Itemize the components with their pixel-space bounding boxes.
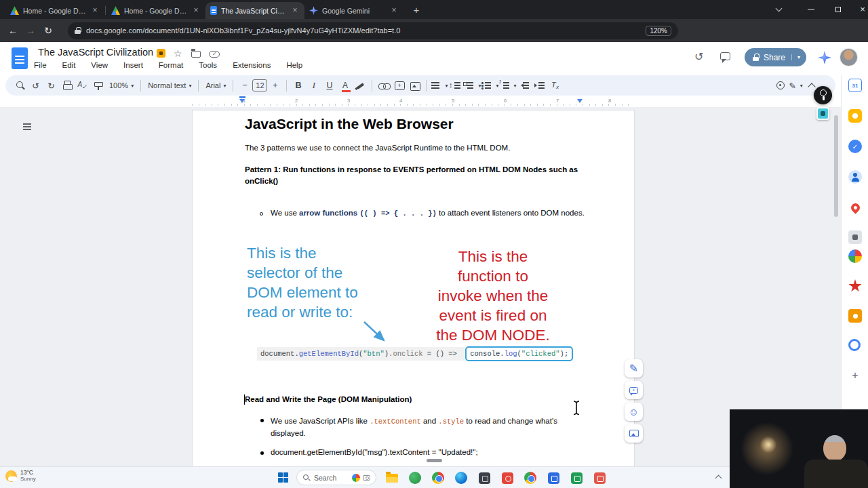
font-size-increase-button[interactable]: + (267, 77, 283, 94)
move-folder-button[interactable] (191, 51, 201, 58)
tab-close-icon[interactable]: × (389, 6, 399, 16)
align-button[interactable] (430, 77, 448, 94)
tasks-panel-button[interactable]: ✓ (848, 140, 862, 153)
activity-button[interactable] (772, 77, 788, 94)
floating-extension-button-cyan[interactable] (816, 107, 829, 120)
search-menus-button[interactable] (12, 77, 28, 94)
gemini-sparkle-button[interactable] (818, 51, 831, 64)
taskbar-search-box[interactable]: Search (296, 470, 376, 485)
menu-tools[interactable]: Tools (197, 60, 218, 70)
add-comment-margin-button[interactable]: + (625, 381, 643, 399)
taskbar-app-green-square-icon[interactable] (568, 470, 585, 486)
paint-format-button[interactable] (90, 77, 106, 94)
highlight-button[interactable] (353, 77, 368, 94)
menu-help[interactable]: Help (285, 60, 304, 70)
document-page[interactable]: JavaScript in the Web Browser The 3 patt… (192, 110, 635, 466)
suggest-edits-button[interactable]: ✎ (625, 359, 643, 378)
redo-button[interactable]: ↻ (43, 77, 59, 94)
tray-chevron-button[interactable] (715, 475, 722, 482)
emoji-reaction-button[interactable]: ☺ (625, 403, 643, 421)
chrome-secondary-icon[interactable] (522, 470, 538, 486)
taskbar-app-red-icon[interactable] (499, 470, 515, 486)
share-button[interactable]: Share ▾ (745, 48, 806, 66)
taskbar-app-dark-icon[interactable] (476, 470, 492, 486)
lock-icon[interactable] (75, 27, 81, 35)
undo-button[interactable]: ↺ (28, 77, 43, 94)
calendar-panel-button[interactable]: 31 (848, 79, 862, 92)
underline-button[interactable]: U (321, 77, 337, 94)
taskbar-app-green-icon[interactable] (407, 470, 423, 486)
browser-tab-2[interactable]: Home - Google Drive × (106, 2, 205, 19)
scrollbar-thumb[interactable] (834, 115, 838, 217)
increase-indent-button[interactable] (532, 77, 548, 94)
floating-extension-button-dark[interactable] (814, 86, 832, 104)
edge-icon[interactable] (453, 470, 469, 486)
browser-tab-active[interactable]: The JavaScript Civilization - Go × (205, 2, 304, 19)
font-size-input[interactable]: 12 (252, 79, 267, 92)
decrease-indent-button[interactable] (517, 77, 532, 94)
docs-logo-icon[interactable] (12, 47, 28, 69)
checklist-button[interactable] (463, 77, 481, 94)
window-maximize-button[interactable] (826, 0, 850, 18)
editing-mode-button[interactable]: ✎ (788, 77, 804, 94)
addon-panel-button-3[interactable] (848, 279, 862, 293)
font-select[interactable]: Arial (202, 81, 229, 89)
insert-link-button[interactable] (376, 77, 391, 94)
add-comment-button[interactable] (391, 77, 407, 94)
profile-avatar[interactable] (840, 48, 858, 66)
zoom-badge[interactable]: 120% (646, 26, 671, 36)
keep-panel-button[interactable] (848, 109, 862, 123)
get-add-ons-button[interactable]: + (848, 369, 862, 382)
tab-close-icon[interactable]: × (90, 6, 100, 16)
bullet-list-button[interactable] (481, 77, 498, 94)
tab-close-icon[interactable]: × (290, 6, 300, 16)
version-history-button[interactable]: ↺ (694, 50, 703, 63)
numbered-list-button[interactable] (499, 77, 517, 94)
print-button[interactable] (59, 77, 75, 94)
line-spacing-button[interactable] (448, 77, 463, 94)
file-explorer-icon[interactable] (384, 470, 400, 486)
bold-button[interactable]: B (290, 77, 306, 94)
chrome-icon[interactable] (430, 470, 446, 486)
menu-insert[interactable]: Insert (122, 60, 144, 70)
back-button[interactable]: ← (4, 25, 22, 36)
tab-close-icon[interactable]: × (191, 6, 201, 16)
show-outline-button[interactable] (18, 117, 37, 136)
insert-image-button[interactable] (407, 77, 422, 94)
start-button[interactable] (278, 472, 288, 483)
zoom-select[interactable]: 100% (106, 81, 137, 89)
addon-panel-button-5[interactable] (848, 339, 861, 351)
menu-extensions[interactable]: Extensions (231, 60, 272, 70)
insert-image-margin-button[interactable] (625, 424, 643, 443)
menu-view[interactable]: View (90, 60, 109, 70)
spellcheck-button[interactable] (75, 77, 90, 94)
share-dropdown-icon[interactable]: ▾ (791, 54, 800, 60)
browser-tab-1[interactable]: Home - Google Drive × (5, 2, 104, 19)
menu-file[interactable]: File (33, 60, 48, 70)
text-color-button[interactable]: A (342, 82, 348, 89)
taskbar-app-red-square-icon[interactable] (591, 470, 608, 486)
taskbar-app-blue-square-icon[interactable] (545, 470, 561, 486)
star-button[interactable]: ☆ (174, 48, 182, 59)
open-comments-button[interactable] (720, 52, 730, 60)
font-size-decrease-button[interactable]: − (237, 77, 252, 94)
addon-panel-button-1[interactable] (848, 230, 862, 244)
forward-button[interactable]: → (22, 25, 39, 36)
reload-button[interactable]: ↻ (39, 25, 57, 36)
contacts-panel-button[interactable] (848, 170, 862, 184)
document-title[interactable]: The JavaScript Civilization (38, 47, 153, 58)
paragraph-style-select[interactable]: Normal text (144, 81, 195, 89)
menu-edit[interactable]: Edit (61, 60, 77, 70)
browser-tab-4[interactable]: Google Gemini × (304, 2, 403, 19)
url-bar[interactable]: docs.google.com/document/d/1UN-nlXOb3ibn… (68, 22, 678, 39)
addon-panel-button-4[interactable] (848, 309, 862, 323)
addon-panel-button-2[interactable] (848, 249, 862, 263)
italic-button[interactable]: I (306, 77, 321, 94)
clear-formatting-button[interactable] (548, 77, 564, 94)
weather-widget[interactable]: 13°C Sunny (5, 469, 36, 483)
window-close-button[interactable]: × (850, 0, 868, 18)
maps-panel-button[interactable] (848, 201, 862, 214)
menu-format[interactable]: Format (157, 60, 184, 70)
new-tab-button[interactable]: + (410, 4, 422, 16)
tab-search-button[interactable] (766, 0, 791, 18)
